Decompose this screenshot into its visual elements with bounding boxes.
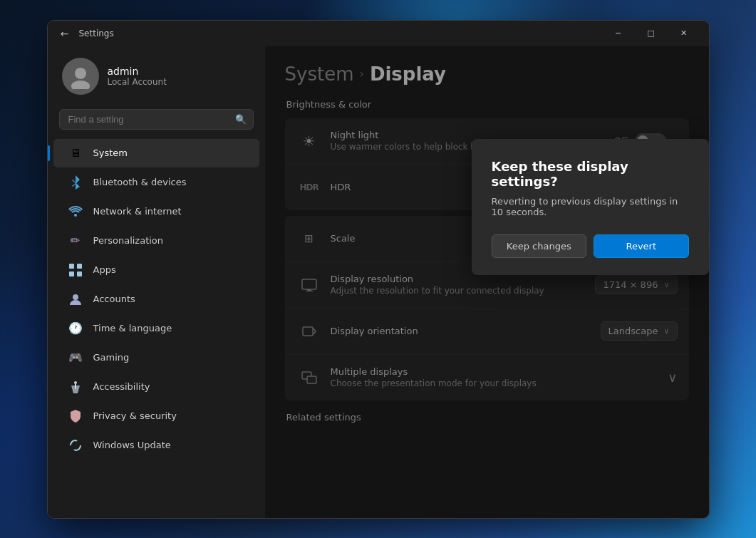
- modal-overlay: Keep these display settings? Reverting t…: [265, 46, 709, 518]
- modal-description: Reverting to previous display settings i…: [492, 196, 689, 217]
- maximize-button[interactable]: □: [635, 22, 668, 45]
- windows-update-icon: [68, 438, 83, 453]
- search-container: 🔍: [59, 109, 254, 130]
- svg-point-8: [74, 381, 77, 384]
- content-area: System › Display Brightness & color ☀️ N…: [265, 46, 709, 518]
- svg-rect-6: [77, 271, 82, 276]
- sidebar-item-personalization[interactable]: ✏️ Personalization: [53, 227, 259, 255]
- sidebar-item-label: Gaming: [93, 352, 130, 363]
- apps-icon: [68, 262, 83, 278]
- sidebar-item-label: Accessibility: [93, 381, 150, 392]
- sidebar-item-label: Apps: [93, 264, 116, 275]
- sidebar-item-label: Personalization: [93, 235, 164, 246]
- window-title: Settings: [79, 29, 602, 38]
- sidebar-item-bluetooth[interactable]: Bluetooth & devices: [53, 168, 259, 197]
- user-name: admin: [108, 66, 167, 77]
- sidebar-item-windows-update[interactable]: Windows Update: [53, 431, 259, 460]
- system-icon: 🖥: [68, 145, 83, 161]
- svg-point-0: [75, 68, 86, 79]
- svg-rect-3: [69, 264, 74, 269]
- back-button[interactable]: ←: [56, 25, 73, 42]
- search-icon: 🔍: [235, 114, 247, 125]
- sidebar-item-label: Network & internet: [93, 206, 182, 217]
- svg-point-1: [71, 81, 90, 89]
- bluetooth-icon: [68, 175, 83, 190]
- privacy-icon: [68, 408, 83, 424]
- revert-button[interactable]: Revert: [594, 234, 689, 258]
- user-info: admin Local Account: [108, 66, 167, 87]
- sidebar-item-accessibility[interactable]: Accessibility: [53, 373, 259, 401]
- sidebar-item-accounts[interactable]: Accounts: [53, 285, 259, 314]
- sidebar-item-label: Time & language: [93, 323, 172, 333]
- sidebar-item-label: Bluetooth & devices: [93, 177, 187, 187]
- titlebar: ← Settings ─ □ ✕: [48, 21, 709, 46]
- gaming-icon: 🎮: [68, 350, 83, 366]
- time-icon: 🕐: [68, 321, 83, 336]
- sidebar-item-privacy[interactable]: Privacy & security: [53, 402, 259, 430]
- main-layout: admin Local Account 🔍 🖥 System: [48, 46, 709, 518]
- avatar: [62, 58, 99, 95]
- sidebar-item-label: Accounts: [93, 294, 135, 304]
- sidebar-item-label: Windows Update: [93, 440, 171, 450]
- window-controls: ─ □ ✕: [602, 22, 700, 45]
- svg-rect-4: [77, 264, 82, 269]
- sidebar-item-apps[interactable]: Apps: [53, 256, 259, 284]
- accounts-icon: [68, 291, 83, 307]
- sidebar: admin Local Account 🔍 🖥 System: [48, 46, 265, 518]
- sidebar-item-system[interactable]: 🖥 System: [53, 139, 259, 167]
- display-settings-modal: Keep these display settings? Reverting t…: [472, 139, 709, 275]
- minimize-button[interactable]: ─: [602, 22, 635, 45]
- svg-point-2: [74, 214, 77, 217]
- svg-point-7: [73, 294, 78, 300]
- search-input[interactable]: [59, 109, 254, 130]
- network-icon: [68, 204, 83, 219]
- close-button[interactable]: ✕: [668, 22, 700, 45]
- settings-window: ← Settings ─ □ ✕: [47, 20, 710, 519]
- user-account-type: Local Account: [108, 77, 167, 87]
- sidebar-item-time[interactable]: 🕐 Time & language: [53, 314, 259, 343]
- accessibility-icon: [68, 379, 83, 395]
- personalization-icon: ✏️: [68, 233, 83, 249]
- sidebar-item-label: System: [93, 148, 128, 158]
- sidebar-item-label: Privacy & security: [93, 410, 177, 421]
- modal-buttons: Keep changes Revert: [492, 234, 689, 258]
- modal-title: Keep these display settings?: [492, 159, 689, 189]
- svg-rect-5: [69, 271, 74, 276]
- nav-list: 🖥 System Bluetooth & devices: [48, 138, 265, 460]
- user-section[interactable]: admin Local Account: [48, 46, 265, 106]
- keep-changes-button[interactable]: Keep changes: [492, 234, 587, 258]
- sidebar-item-gaming[interactable]: 🎮 Gaming: [53, 343, 259, 372]
- sidebar-item-network[interactable]: Network & internet: [53, 197, 259, 226]
